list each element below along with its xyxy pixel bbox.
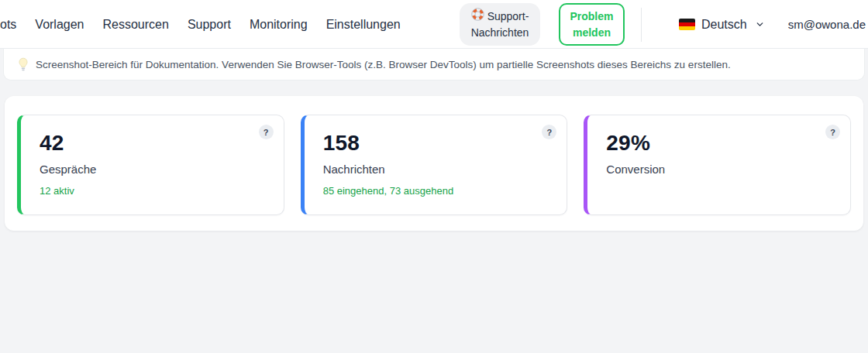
report-problem-button[interactable]: Problem melden — [559, 3, 625, 46]
info-banner-text: Screenshot-Bereich für Dokumentation. Ve… — [36, 59, 731, 70]
support-button-label-line2: Nachrichten — [471, 26, 529, 41]
life-buoy-icon — [471, 8, 484, 26]
nav-right-section: Support- Nachrichten Problem melden Deut… — [460, 0, 866, 49]
metric-card-gespraeche: 42 Gespräche 12 aktiv ? — [17, 115, 284, 215]
nav-item-vorlagen[interactable]: Vorlagen — [35, 18, 84, 32]
problem-button-label-line1: Problem — [567, 9, 617, 24]
metric-label: Gespräche — [40, 163, 265, 176]
info-banner: Screenshot-Bereich für Dokumentation. Ve… — [3, 49, 865, 81]
metric-label: Nachrichten — [323, 163, 549, 176]
support-button-label-line1: Support- — [487, 9, 529, 25]
language-selector[interactable]: Deutsch — [679, 18, 765, 32]
metric-label: Conversion — [606, 163, 832, 176]
metric-card-conversion: 29% Conversion ? — [584, 115, 851, 215]
app-window: Detaillierte Metriken-Karten ots Vorlage… — [0, 0, 868, 353]
metric-value: 42 — [40, 132, 265, 156]
help-icon[interactable]: ? — [542, 125, 556, 139]
nav-item-monitoring[interactable]: Monitoring — [250, 18, 308, 32]
lightbulb-icon — [18, 57, 29, 71]
metric-card-nachrichten: 158 Nachrichten 85 eingehend, 73 ausgehe… — [301, 115, 568, 215]
account-email[interactable]: sm@owona.de — [788, 18, 866, 31]
chevron-down-icon — [755, 19, 765, 29]
nav-item-ressourcen[interactable]: Ressourcen — [103, 18, 169, 32]
metric-substat: 85 eingehend, 73 ausgehend — [323, 185, 549, 197]
nav-menu: ots Vorlagen Ressourcen Support Monitori… — [0, 0, 401, 49]
nav-item-support[interactable]: Support — [188, 18, 231, 32]
problem-button-label-line2: melden — [567, 25, 617, 40]
support-messages-button[interactable]: Support- Nachrichten — [460, 3, 540, 45]
vertical-divider — [641, 8, 642, 42]
language-label: Deutsch — [701, 18, 747, 32]
nav-item-ots[interactable]: ots — [0, 18, 16, 32]
help-icon[interactable]: ? — [825, 125, 840, 139]
metric-value: 29% — [606, 132, 832, 156]
help-icon[interactable]: ? — [259, 125, 274, 139]
metric-value: 158 — [323, 132, 549, 156]
nav-item-einstellungen[interactable]: Einstellungen — [326, 18, 401, 32]
german-flag-icon — [679, 19, 695, 30]
metric-substat: 12 aktiv — [40, 185, 265, 197]
metrics-panel: 42 Gespräche 12 aktiv ? 158 Nachrichten … — [5, 96, 863, 231]
